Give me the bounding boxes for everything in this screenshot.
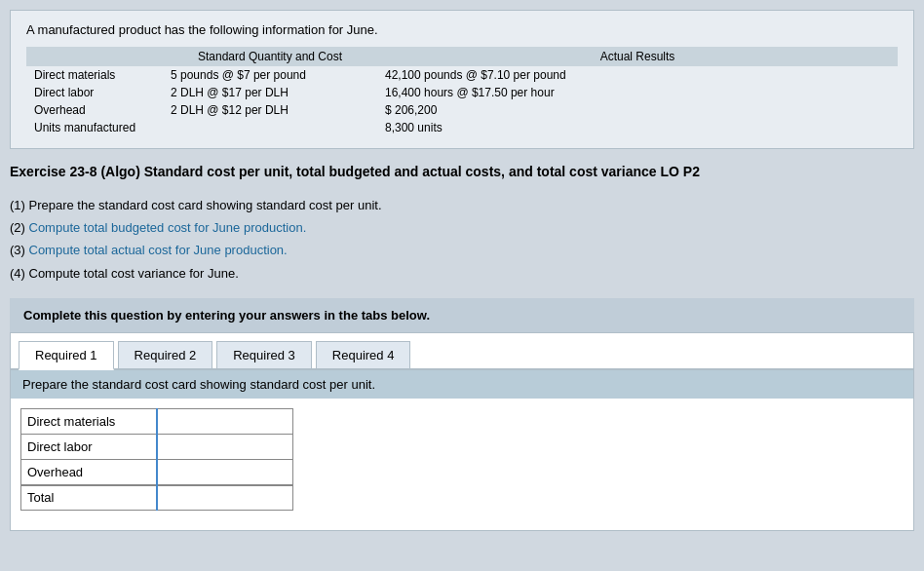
cost-row-input-cell[interactable]: [157, 460, 293, 485]
row-label: Overhead: [26, 101, 163, 119]
tabs-section: Required 1Required 2Required 3Required 4…: [10, 332, 914, 531]
row-actual: $ 206,200: [377, 101, 898, 119]
col3-header: Actual Results: [377, 47, 898, 66]
cost-row-label: Direct materials: [21, 409, 158, 435]
row-label: Direct materials: [26, 66, 163, 84]
tab1-content: Direct materialsDirect laborOverheadTota…: [11, 408, 913, 530]
tab-1[interactable]: Required 1: [19, 341, 114, 370]
tab-4[interactable]: Required 4: [316, 341, 411, 368]
cost-row: Direct labor: [21, 435, 293, 460]
row-actual: 42,100 pounds @ $7.10 per pound: [377, 66, 898, 84]
intro-text: A manufactured product has the following…: [26, 22, 898, 37]
info-table-row: Direct labor 2 DLH @ $17 per DLH 16,400 …: [26, 84, 898, 101]
q3-num: (3): [10, 243, 29, 257]
tabs-row: Required 1Required 2Required 3Required 4: [11, 333, 913, 370]
cost-row: Overhead: [21, 460, 293, 485]
cost-row-input-cell[interactable]: [157, 485, 293, 511]
info-table: Standard Quantity and Cost Actual Result…: [26, 47, 898, 136]
info-table-row: Overhead 2 DLH @ $12 per DLH $ 206,200: [26, 101, 898, 119]
q3-text: Compute total actual cost for June produ…: [29, 243, 288, 257]
tab-3[interactable]: Required 3: [216, 341, 312, 368]
exercise-title: Exercise 23-8 (Algo) Standard cost per u…: [10, 163, 914, 182]
complete-instruction: Complete this question by entering your …: [10, 298, 914, 332]
row-standard: 2 DLH @ $12 per DLH: [163, 101, 377, 119]
info-box: A manufactured product has the following…: [10, 10, 914, 149]
cost-row-label: Overhead: [21, 460, 158, 485]
cost-row-input[interactable]: [164, 465, 287, 479]
col1-header: [26, 47, 163, 66]
cost-row-input-cell[interactable]: [157, 435, 293, 460]
tab-2[interactable]: Required 2: [118, 341, 213, 368]
info-table-row: Units manufactured 8,300 units: [26, 119, 898, 136]
cost-row-input-cell[interactable]: [157, 409, 293, 435]
row-standard: [163, 119, 377, 136]
q4-num: (4): [10, 266, 29, 281]
cost-row: Total: [21, 485, 293, 511]
q1-num: (1): [10, 198, 29, 212]
question-2: (2) Compute total budgeted cost for June…: [10, 216, 914, 239]
tab1-header: Prepare the standard cost card showing s…: [11, 370, 913, 399]
row-label: Direct labor: [26, 84, 163, 101]
info-table-row: Direct materials 5 pounds @ $7 per pound…: [26, 66, 898, 84]
row-standard: 2 DLH @ $17 per DLH: [163, 84, 377, 101]
q4-text: Compute total cost variance for June.: [29, 266, 239, 281]
question-4: (4) Compute total cost variance for June…: [10, 262, 914, 285]
cost-row-input[interactable]: [164, 414, 287, 429]
row-actual: 16,400 hours @ $17.50 per hour: [377, 84, 898, 101]
questions-section: (1) Prepare the standard cost card showi…: [10, 194, 914, 286]
q2-num: (2): [10, 220, 29, 235]
cost-row: Direct materials: [21, 409, 293, 435]
row-label: Units manufactured: [26, 119, 163, 136]
q2-text: Compute total budgeted cost for June pro…: [29, 220, 307, 235]
cost-row-label: Direct labor: [21, 435, 158, 460]
col2-header: Standard Quantity and Cost: [163, 47, 377, 66]
question-1: (1) Prepare the standard cost card showi…: [10, 194, 914, 216]
row-standard: 5 pounds @ $7 per pound: [163, 66, 377, 84]
cost-card-table: Direct materialsDirect laborOverheadTota…: [20, 408, 293, 511]
q1-text: Prepare the standard cost card showing s…: [29, 198, 382, 212]
cost-row-label: Total: [21, 485, 158, 511]
cost-row-input[interactable]: [164, 439, 287, 454]
question-3: (3) Compute total actual cost for June p…: [10, 239, 914, 261]
cost-row-input[interactable]: [164, 490, 287, 505]
tab-content: Prepare the standard cost card showing s…: [11, 370, 913, 530]
row-actual: 8,300 units: [377, 119, 898, 136]
